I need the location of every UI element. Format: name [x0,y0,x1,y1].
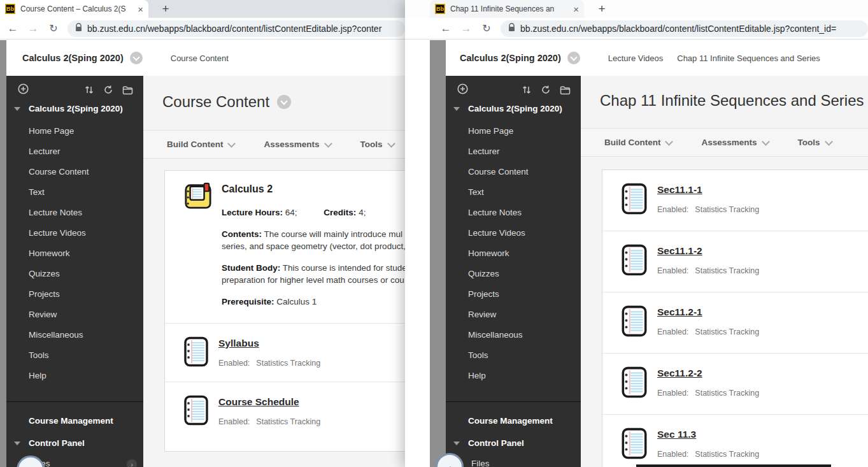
sidebar-item-review[interactable]: Review [6,305,143,325]
refresh-icon[interactable] [103,85,113,95]
sidebar-item-course-content[interactable]: Course Content [6,162,143,182]
sidebar-item-home-page[interactable]: Home Page [6,121,143,141]
content-area: Course Content Build Content Assessments… [143,76,405,467]
content-item: Sec11.2-2 Enabled:Statistics Tracking [602,354,868,415]
item-title-link[interactable]: Sec11.2-1 [657,306,702,318]
sidebar-item-homework[interactable]: Homework [446,243,581,264]
chevron-down-icon [228,140,236,148]
forward-icon[interactable]: → [23,22,43,35]
lock-icon [508,23,515,34]
tools-button[interactable]: Tools [798,138,832,147]
breadcrumb-item[interactable]: Lecture Videos [608,54,664,63]
sidebar-item-review[interactable]: Review [446,305,581,325]
page-area: Calculus 2(Sping 2020) Lecture Videos Ch… [405,40,868,467]
tools-button[interactable]: Tools [360,140,394,149]
sidebar-item-lecture-notes[interactable]: Lecture Notes [446,203,581,223]
sidebar-course-header[interactable]: Calculus 2(Sping 2020) [446,104,581,113]
tab-close-icon[interactable]: × [138,4,143,14]
sidebar-item-home-page[interactable]: Home Page [446,121,581,141]
refresh-icon[interactable] [541,85,551,95]
course-menu-chevron-icon[interactable] [567,52,580,64]
forward-icon[interactable]: → [456,22,476,35]
menu-collapse-strip[interactable] [430,40,446,467]
build-content-button[interactable]: Build Content [167,140,234,149]
sidebar-item-quizzes[interactable]: Quizzes [6,264,143,284]
browser-tab[interactable]: Bb Chap 11 Infinite Sequences an × [430,0,584,18]
sidebar-item-miscellaneous[interactable]: Miscellaneous [6,325,143,345]
notebook-document-icon [622,244,647,278]
course-title: Calculus 2 [222,182,405,197]
item-title-link[interactable]: Syllabus [218,338,259,349]
control-panel-toggle[interactable]: Control Panel [446,438,581,448]
item-title-link[interactable]: Sec11.2-2 [657,368,702,379]
new-tab-button[interactable]: + [156,0,175,18]
reload-icon[interactable]: ↻ [43,22,64,34]
sidebar-item-course-content[interactable]: Course Content [446,162,581,182]
sidebar-item-lecture-videos[interactable]: Lecture Videos [6,223,143,243]
sidebar-item-lecture-videos[interactable]: Lecture Videos [446,223,581,243]
sidebar-item-text[interactable]: Text [446,182,581,203]
menu-collapse-button[interactable]: ‹ [17,456,45,467]
sidebar-item-lecturer[interactable]: Lecturer [446,141,581,162]
sidebar-item-miscellaneous[interactable]: Miscellaneous [446,325,581,345]
course-management-header: Course Management [446,416,581,426]
tab-close-icon[interactable]: × [573,4,579,14]
course-menu-chevron-icon[interactable] [130,52,143,64]
add-content-icon[interactable] [18,83,29,97]
folder-view-icon[interactable] [560,85,571,95]
item-title-link[interactable]: Sec 11.3 [657,429,696,440]
sidebar-item-help[interactable]: Help [6,366,143,386]
title-menu-chevron-icon[interactable] [277,95,291,109]
content-area: Chap 11 Infinite Sequences and Series Bu… [581,76,868,467]
sidebar-item-help[interactable]: Help [446,366,581,386]
notebook-document-icon [184,395,208,428]
chevron-down-icon [762,138,770,146]
assessments-button[interactable]: Assessments [264,140,331,149]
reorder-icon[interactable] [84,85,94,95]
sidebar-item-homework[interactable]: Homework [6,243,143,264]
sidebar-item-lecturer[interactable]: Lecturer [6,141,143,162]
item-title-link[interactable]: Course Schedule [218,396,299,408]
add-content-icon[interactable] [457,83,468,97]
reload-icon[interactable]: ↻ [476,22,497,34]
breadcrumb-item[interactable]: Course Content [171,54,229,63]
sidebar-item-tools[interactable]: Tools [6,345,143,366]
address-bar[interactable]: bb.zust.edu.cn/webapps/blackboard/conten… [68,20,405,37]
folder-view-icon[interactable] [122,85,133,95]
breadcrumb-item[interactable]: Chap 11 Infinite Sequences and Series [677,54,820,63]
sidebar-item-quizzes[interactable]: Quizzes [446,264,581,284]
browser-tab[interactable]: Bb Course Content – Calculus 2(S × [0,0,148,18]
reorder-icon[interactable] [522,85,532,95]
collapse-triangle-icon [14,442,20,445]
address-bar[interactable]: bb.zust.edu.cn/webapps/blackboard/conten… [501,20,868,37]
sidebar-item-tools[interactable]: Tools [446,345,581,366]
sidebar-item-files[interactable]: Files [446,459,581,467]
sidebar-course-header[interactable]: Calculus 2(Sping 2020) [6,104,143,113]
menu-collapse-strip[interactable] [0,40,6,467]
breadcrumb-course[interactable]: Calculus 2(Sping 2020) [460,53,561,63]
back-icon[interactable]: ← [436,22,456,35]
chevron-down-icon [665,138,674,146]
item-title-link[interactable]: Sec11.1-2 [657,245,702,257]
back-icon[interactable]: ← [3,22,23,35]
url-text: bb.zust.edu.cn/webapps/blackboard/conten… [520,24,836,34]
status-line: Enabled:Statistics Tracking [218,417,320,426]
sidebar-item-lecture-notes[interactable]: Lecture Notes [6,203,143,223]
control-panel-toggle[interactable]: Control Panel [6,438,143,448]
new-tab-button[interactable]: + [592,0,611,18]
course-document-icon [184,182,212,308]
tab-title: Course Content – Calculus 2(S [20,4,134,13]
sidebar-item-projects[interactable]: Projects [6,284,143,305]
sidebar-item-projects[interactable]: Projects [446,284,581,305]
breadcrumb-course[interactable]: Calculus 2(Sping 2020) [22,53,124,63]
build-content-button[interactable]: Build Content [604,138,672,147]
chevron-right-circle-icon[interactable]: › [127,459,137,467]
item-title-link[interactable]: Sec11.1-1 [657,184,702,196]
content-item: Course Schedule Enabled:Statistics Track… [165,382,405,440]
tab-strip: Bb Course Content – Calculus 2(S × + [0,0,405,18]
tab-strip: Bb Chap 11 Infinite Sequences an × + [405,0,868,18]
browser-toolbar: ← → ↻ bb.zust.edu.cn/webapps/blackboard/… [0,18,405,40]
assessments-button[interactable]: Assessments [701,138,768,147]
sidebar-item-text[interactable]: Text [6,182,143,203]
browser-toolbar: ← → ↻ bb.zust.edu.cn/webapps/blackboard/… [405,18,868,40]
